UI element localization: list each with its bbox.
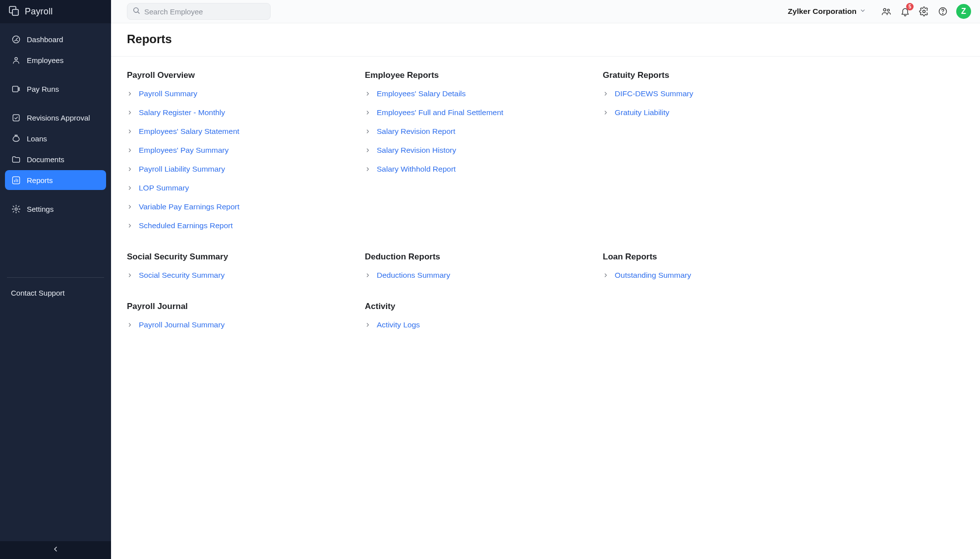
sidebar-collapse-button[interactable] xyxy=(0,541,111,559)
sidebar-item-dashboard[interactable]: Dashboard xyxy=(5,29,106,49)
org-switcher[interactable]: Zylker Corporation xyxy=(788,7,866,16)
sidebar-item-loans[interactable]: Loans xyxy=(5,128,106,148)
report-section-title: Payroll Overview xyxy=(127,70,345,80)
svg-point-14 xyxy=(943,13,943,14)
report-grid: Payroll OverviewPayroll SummarySalary Re… xyxy=(127,70,821,329)
sidebar-item-documents[interactable]: Documents xyxy=(5,149,106,169)
report-link[interactable]: Scheduled Earnings Report xyxy=(127,221,345,230)
chevron-right-icon xyxy=(365,90,372,97)
chevron-right-icon xyxy=(127,128,134,135)
sidebar-item-label: Settings xyxy=(27,205,54,213)
svg-point-8 xyxy=(134,8,138,12)
check-square-icon xyxy=(11,113,21,123)
svg-line-9 xyxy=(138,12,139,13)
barchart-icon xyxy=(11,175,21,185)
chevron-right-icon xyxy=(365,166,372,173)
sidebar-nav: DashboardEmployeesPay RunsRevisions Appr… xyxy=(0,23,111,271)
report-link[interactable]: Payroll Journal Summary xyxy=(127,320,345,329)
sidebar-item-settings[interactable]: Settings xyxy=(5,199,106,219)
report-link-label: Outstanding Summary xyxy=(615,271,691,280)
report-link[interactable]: LOP Summary xyxy=(127,184,345,192)
report-link-label: Scheduled Earnings Report xyxy=(139,221,233,230)
report-list: Outstanding Summary xyxy=(603,271,821,280)
report-link[interactable]: DIFC-DEWS Summary xyxy=(603,89,821,98)
settings-icon[interactable] xyxy=(919,6,929,17)
sidebar-item-payruns[interactable]: Pay Runs xyxy=(5,79,106,99)
report-link[interactable]: Social Security Summary xyxy=(127,271,345,280)
report-link[interactable]: Employees' Salary Statement xyxy=(127,127,345,136)
report-section-activity: ActivityActivity Logs xyxy=(365,302,583,329)
svg-rect-5 xyxy=(13,115,19,121)
report-link[interactable]: Salary Revision History xyxy=(365,146,583,155)
report-link-label: Activity Logs xyxy=(377,320,420,329)
report-link[interactable]: Salary Revision Report xyxy=(365,127,583,136)
report-link-label: Social Security Summary xyxy=(139,271,225,280)
report-list: Social Security Summary xyxy=(127,271,345,280)
report-section-title: Employee Reports xyxy=(365,70,583,80)
report-link-label: Deductions Summary xyxy=(377,271,450,280)
chevron-right-icon xyxy=(365,109,372,116)
report-link-label: Payroll Liability Summary xyxy=(139,165,225,174)
sidebar-contact-support[interactable]: Contact Support xyxy=(0,284,111,305)
svg-rect-1 xyxy=(12,9,18,15)
sidebar-item-revisions-approval[interactable]: Revisions Approval xyxy=(5,108,106,127)
report-list: Payroll SummarySalary Register - Monthly… xyxy=(127,89,345,230)
report-link[interactable]: Activity Logs xyxy=(365,320,583,329)
gauge-icon xyxy=(11,34,21,44)
chevron-right-icon xyxy=(127,90,134,97)
report-link[interactable]: Salary Withhold Report xyxy=(365,165,583,174)
report-list: Payroll Journal Summary xyxy=(127,320,345,329)
chevron-down-icon xyxy=(860,7,866,16)
report-link[interactable]: Gratuity Liability xyxy=(603,108,821,117)
report-link[interactable]: Deductions Summary xyxy=(365,271,583,280)
sidebar-item-label: Loans xyxy=(27,134,47,143)
report-link-label: Employees' Salary Statement xyxy=(139,127,239,136)
page-title-bar: Reports xyxy=(111,23,980,57)
chevron-right-icon xyxy=(365,321,372,328)
report-link-label: Salary Withhold Report xyxy=(377,165,456,174)
sidebar-item-label: Employees xyxy=(27,56,63,64)
report-link-label: Variable Pay Earnings Report xyxy=(139,202,239,211)
refer-icon[interactable] xyxy=(881,6,892,17)
org-name: Zylker Corporation xyxy=(788,7,857,16)
chevron-right-icon xyxy=(365,272,372,279)
report-link[interactable]: Payroll Summary xyxy=(127,89,345,98)
report-link[interactable]: Outstanding Summary xyxy=(603,271,821,280)
gear-icon xyxy=(11,204,21,214)
sidebar-item-label: Reports xyxy=(27,176,53,185)
report-link[interactable]: Employees' Full and Final Settlement xyxy=(365,108,583,117)
chevron-right-icon xyxy=(127,272,134,279)
avatar[interactable]: Z xyxy=(956,4,971,19)
report-section-title: Gratuity Reports xyxy=(603,70,821,80)
report-link-label: LOP Summary xyxy=(139,184,189,192)
chevron-right-icon xyxy=(127,203,134,210)
report-section-title: Loan Reports xyxy=(603,252,821,262)
chevron-right-icon xyxy=(127,321,134,328)
chevron-right-icon xyxy=(365,147,372,154)
topbar-actions: 5 Z xyxy=(881,4,971,19)
report-link[interactable]: Employees' Salary Details xyxy=(365,89,583,98)
report-link[interactable]: Salary Register - Monthly xyxy=(127,108,345,117)
search-box[interactable] xyxy=(127,3,271,20)
chevron-right-icon xyxy=(127,222,134,229)
topbar: Zylker Corporation 5 Z xyxy=(111,0,980,23)
report-section-social-security: Social Security SummarySocial Security S… xyxy=(127,252,345,280)
report-link[interactable]: Payroll Liability Summary xyxy=(127,165,345,174)
report-link[interactable]: Variable Pay Earnings Report xyxy=(127,202,345,211)
svg-point-7 xyxy=(15,208,17,210)
content: Payroll OverviewPayroll SummarySalary Re… xyxy=(111,57,980,353)
chevron-right-icon xyxy=(127,147,134,154)
report-link-label: Payroll Summary xyxy=(139,89,197,98)
report-link-label: Employees' Pay Summary xyxy=(139,146,229,155)
help-icon[interactable] xyxy=(937,6,948,17)
sidebar-item-employees[interactable]: Employees xyxy=(5,50,106,70)
chevron-right-icon xyxy=(603,109,610,116)
sidebar-item-label: Revisions Approval xyxy=(27,114,90,122)
notifications-icon[interactable]: 5 xyxy=(900,6,911,17)
brand: Payroll xyxy=(0,0,111,23)
sidebar-item-reports[interactable]: Reports xyxy=(5,170,106,190)
report-section-employee-reports: Employee ReportsEmployees' Salary Detail… xyxy=(365,70,583,230)
report-link[interactable]: Employees' Pay Summary xyxy=(127,146,345,155)
search-input[interactable] xyxy=(144,7,265,16)
chevron-right-icon xyxy=(603,90,610,97)
